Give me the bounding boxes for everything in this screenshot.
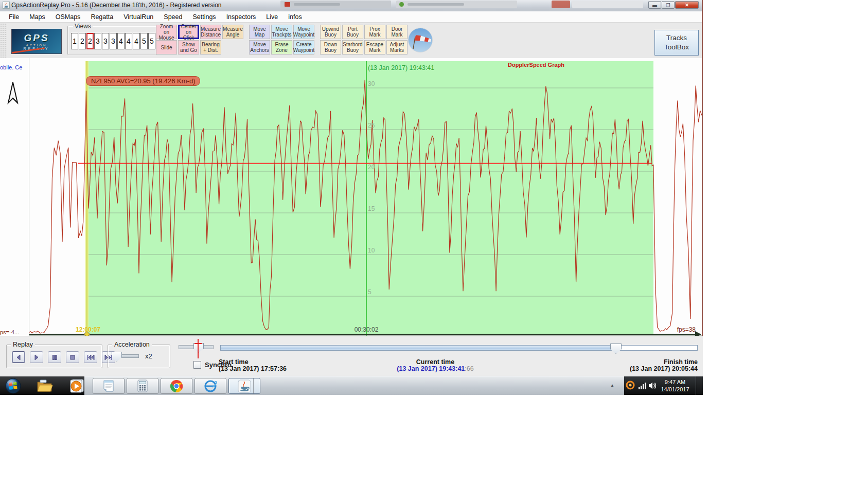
toolbar-button-erase-zone[interactable]: Erase Zone <box>271 40 292 55</box>
toolbar-button-measure-angle[interactable]: Measure Angle <box>222 25 243 39</box>
views-button-3-3[interactable]: 3 <box>94 33 101 49</box>
y-tick-label-30: 30 <box>368 80 375 87</box>
timeline-slider[interactable] <box>220 345 698 351</box>
chart-title: DopplerSpeed Graph <box>508 62 564 68</box>
menu-item-speed[interactable]: Speed <box>159 12 187 22</box>
x-axis-cursor-label: 00:30:02 <box>343 326 389 333</box>
toolbar-button-move-anchors[interactable]: Move Anchors <box>249 40 270 55</box>
graph-zoom-slider[interactable] <box>179 345 214 349</box>
timeline-slider-thumb[interactable] <box>610 344 622 354</box>
fps-label: fps=38 <box>677 326 696 333</box>
tracks-toolbox-button[interactable]: Tracks ToolBox <box>654 30 699 56</box>
views-button-5-10[interactable]: 5 <box>148 33 155 49</box>
network-signal-icon[interactable] <box>638 382 647 391</box>
views-button-4-7[interactable]: 4 <box>125 33 132 49</box>
menu-item-file[interactable]: File <box>4 12 24 22</box>
toolbar-button-measure-distance[interactable]: Measure Distance <box>200 25 221 39</box>
close-button[interactable]: ✕ <box>675 1 699 9</box>
menu-item-live[interactable]: Live <box>261 12 282 22</box>
desktop: GpsActionReplay Pro - 5.16 (December the… <box>0 0 868 488</box>
title-bar: GpsActionReplay Pro - 5.16 (December the… <box>0 0 702 11</box>
toolbar-button-escape-mark[interactable]: Escape Mark <box>364 40 385 55</box>
views-button-4-6[interactable]: 4 <box>117 33 125 49</box>
replay-controls-panel: Replay <box>0 336 703 376</box>
acceleration-slider-thumb[interactable] <box>112 352 122 362</box>
track-average-badge: NZL950 AVG=20.95 (19.426 Km-d) <box>86 76 200 86</box>
acceleration-slider[interactable] <box>113 354 139 358</box>
background-window-fragment <box>280 1 391 8</box>
stop-button[interactable] <box>66 351 79 363</box>
toolbar-button-show-and-go[interactable]: Show and Go <box>178 40 199 55</box>
toolbar-button-starbord-buoy[interactable]: Starbord Buoy <box>342 40 363 55</box>
windsock-icon[interactable] <box>408 28 433 52</box>
acceleration-group: Acceleration x2 <box>108 345 170 368</box>
toolbar-button-slide[interactable]: Slide <box>156 40 177 55</box>
views-label: Views <box>73 23 93 30</box>
finish-time-value: (13 Jan 2017) 20:05:44 <box>592 366 698 372</box>
acceleration-group-title: Acceleration <box>112 341 152 348</box>
calculator-icon <box>137 379 148 393</box>
taskbar-clock[interactable]: 9:47 AM 14/01/2017 <box>657 378 694 393</box>
toolbar-button-zoom-on-mouse[interactable]: Zoom on Mouse <box>156 25 177 39</box>
menu-item-osmaps[interactable]: OSMaps <box>51 12 85 22</box>
menu-item-regatta[interactable]: Regatta <box>86 12 118 22</box>
menu-item-maps[interactable]: Maps <box>25 12 50 22</box>
toolbar-button-move-map[interactable]: Move Map <box>249 25 270 39</box>
step-back-button[interactable] <box>12 351 25 363</box>
java-app-icon <box>3 2 10 11</box>
menu-item-inspectors[interactable]: Inspectors <box>222 12 261 22</box>
doppler-speed-plot[interactable]: NZL950 AVG=20.95 (19.426 Km-d) (13 Jan 2… <box>29 58 702 336</box>
current-time-ms: :66 <box>465 365 473 372</box>
toolbar-button-move-trackpts[interactable]: Move Trackpts <box>271 25 292 39</box>
windows-explorer-icon[interactable] <box>36 378 53 396</box>
pause-button[interactable] <box>48 351 61 363</box>
maximize-button[interactable]: ❐ <box>662 1 675 9</box>
toolbar-button-adjust-marks[interactable]: Adjust Marks <box>386 40 408 55</box>
y-tick-label-25: 25 <box>368 122 375 129</box>
media-player-icon[interactable] <box>68 378 84 396</box>
show-desktop-button[interactable] <box>696 376 703 395</box>
views-button-4-8[interactable]: 4 <box>133 33 140 49</box>
toolbar-button-move-waypoint[interactable]: Move Waypoint <box>293 25 314 39</box>
menu-item-infos[interactable]: infos <box>284 12 306 22</box>
y-tick-label-20: 20 <box>368 164 375 171</box>
views-group: Views 12233344455 <box>67 26 157 55</box>
views-button-3-4[interactable]: 3 <box>102 33 109 49</box>
toolbar-button-create-waypoint[interactable]: Create Waypoint <box>293 40 314 55</box>
views-button-2-2[interactable]: 2 <box>86 33 94 49</box>
toolbar-button-center-on-click[interactable]: Center on Click <box>178 25 199 39</box>
minimize-button[interactable]: ▬ <box>648 1 661 9</box>
left-panel-fps-label: ps=-4... <box>0 329 19 335</box>
go-to-start-button[interactable] <box>84 351 97 363</box>
screen: GpsActionReplay Pro - 5.16 (December the… <box>0 0 703 395</box>
toolbar-button-port-buoy[interactable]: Port Buoy <box>342 25 363 39</box>
java-app-taskbar-button[interactable] <box>228 378 260 394</box>
menu-item-virtualrun[interactable]: VirtualRun <box>119 12 158 22</box>
clock-date: 14/01/2017 <box>657 386 694 393</box>
toolbar-button-upwind-buoy[interactable]: Upwind Buoy <box>320 25 341 39</box>
show-hidden-icons-button[interactable]: ▲ <box>610 383 614 388</box>
views-button-2-1[interactable]: 2 <box>79 33 86 49</box>
synchro-checkbox[interactable] <box>193 361 201 369</box>
menu-item-settings[interactable]: Settings <box>188 12 220 22</box>
java-update-tray-icon[interactable] <box>626 381 635 392</box>
toolbar-button-prox-mark[interactable]: Prox Mark <box>364 25 385 39</box>
background-window-icon <box>285 2 290 7</box>
background-window-fragment <box>552 1 570 8</box>
views-button-5-9[interactable]: 5 <box>140 33 148 49</box>
toolbar-button-bearing-dist-[interactable]: Bearing + Dist. <box>200 40 221 55</box>
views-button-1-0[interactable]: 1 <box>71 33 78 49</box>
play-button[interactable] <box>30 351 43 363</box>
views-button-3-5[interactable]: 3 <box>110 33 117 49</box>
toolbar-button-door-mark[interactable]: Door Mark <box>386 25 408 39</box>
slider-needle-marker <box>198 339 199 358</box>
calculator-button[interactable] <box>127 378 158 394</box>
toolbar-button-down-buoy[interactable]: Down Buoy <box>320 40 341 55</box>
internet-explorer-button[interactable] <box>194 378 226 394</box>
graph-zoom-slider-thumb[interactable] <box>193 343 204 353</box>
start-button[interactable] <box>5 378 21 396</box>
y-tick-label-10: 10 <box>368 247 375 254</box>
taskbar: ▲ 9:47 AM 14/01/2017 <box>0 376 703 395</box>
chrome-button[interactable] <box>161 378 192 394</box>
notepad-button[interactable] <box>93 378 125 394</box>
